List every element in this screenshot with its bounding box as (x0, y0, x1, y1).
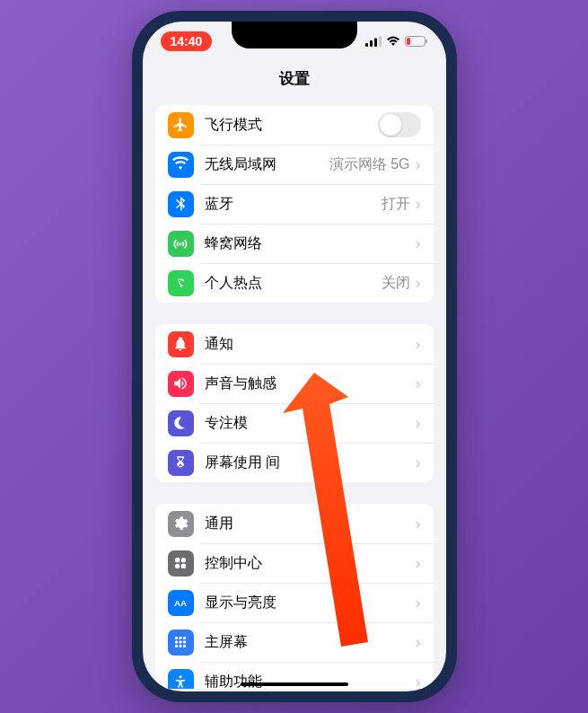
row-value: 演示网络 5G (329, 155, 410, 174)
svg-rect-9 (175, 564, 180, 568)
chevron-right-icon: › (416, 515, 421, 533)
svg-rect-19 (180, 645, 182, 647)
svg-rect-7 (175, 558, 180, 562)
row-label: 主屏幕 (205, 633, 416, 652)
display-icon: AA (168, 590, 194, 616)
svg-rect-8 (181, 558, 186, 562)
row-sounds[interactable]: 声音与触感 › (155, 364, 434, 403)
chevron-right-icon: › (416, 155, 421, 174)
svg-rect-3 (379, 36, 382, 47)
svg-rect-15 (175, 641, 178, 644)
airplane-icon (168, 112, 194, 138)
accessibility-icon (168, 669, 194, 690)
settings-group-notifications: 通知 › 声音与触感 › 专注模 › 屏幕使用 间 › (155, 324, 434, 482)
row-label: 通用 (205, 515, 416, 533)
row-label: 飞行模式 (205, 116, 378, 135)
row-label: 蓝牙 (205, 195, 382, 214)
focus-icon (168, 410, 194, 436)
row-airplane-mode[interactable]: 飞行模式 (155, 105, 434, 145)
recording-time-badge: 14:40 (161, 31, 213, 51)
control-center-icon (168, 550, 194, 577)
hotspot-icon (168, 270, 194, 296)
row-label: 无线局域网 (205, 155, 329, 174)
settings-group-general: 通用 › 控制中心 › AA 显示与亮度 › 主屏幕 › (155, 504, 434, 689)
row-hotspot[interactable]: 个人热点 关闭 › (155, 263, 434, 303)
row-value: 打开 (382, 195, 410, 214)
row-label: 个人热点 (205, 274, 382, 293)
row-label: 蜂窝网络 (205, 234, 416, 253)
svg-rect-10 (181, 564, 186, 568)
row-value: 关闭 (382, 274, 410, 293)
svg-rect-2 (374, 39, 377, 48)
row-label: 辅助功能 (205, 673, 416, 690)
row-label: 专注模 (205, 414, 416, 433)
svg-rect-1 (370, 40, 373, 47)
chevron-right-icon: › (416, 414, 421, 433)
svg-rect-16 (180, 641, 182, 644)
chevron-right-icon: › (416, 594, 421, 612)
svg-rect-0 (365, 43, 368, 47)
row-label: 声音与触感 (205, 374, 416, 393)
svg-text:AA: AA (174, 598, 187, 608)
row-bluetooth[interactable]: 蓝牙 打开 › (155, 184, 434, 224)
row-general[interactable]: 通用 › (155, 504, 434, 543)
general-icon (168, 511, 194, 537)
row-display[interactable]: AA 显示与亮度 › (155, 583, 434, 622)
home-indicator[interactable] (241, 682, 348, 686)
chevron-right-icon: › (416, 554, 421, 573)
chevron-right-icon: › (416, 374, 421, 393)
notifications-icon (168, 331, 194, 357)
settings-list[interactable]: 飞行模式 无线局域网 演示网络 5G › 蓝牙 打开 › 蜂窝网 (143, 100, 446, 689)
cellular-icon (168, 231, 194, 257)
page-title: 设置 (143, 61, 446, 100)
notch (232, 22, 357, 48)
screen: 14:40 设置 飞行模式 无线局域网 演示网络 5G (143, 22, 446, 691)
svg-rect-18 (175, 645, 178, 647)
battery-low-icon (405, 36, 428, 47)
chevron-right-icon: › (416, 234, 421, 253)
row-notifications[interactable]: 通知 › (155, 324, 434, 364)
chevron-right-icon: › (416, 453, 421, 472)
row-label: 显示与亮度 (205, 594, 416, 612)
phone-frame: 14:40 设置 飞行模式 无线局域网 演示网络 5G (132, 11, 457, 702)
sound-icon (168, 371, 194, 397)
svg-point-21 (180, 675, 182, 678)
row-label: 屏幕使用 间 (205, 453, 416, 472)
row-screentime[interactable]: 屏幕使用 间 › (155, 443, 434, 482)
chevron-right-icon: › (416, 633, 421, 652)
chevron-right-icon: › (416, 274, 421, 293)
row-control-center[interactable]: 控制中心 › (155, 543, 434, 583)
row-homescreen[interactable]: 主屏幕 › (155, 622, 434, 662)
settings-group-connectivity: 飞行模式 无线局域网 演示网络 5G › 蓝牙 打开 › 蜂窝网 (155, 105, 434, 303)
airplane-toggle[interactable] (378, 112, 421, 137)
svg-rect-17 (183, 641, 186, 644)
row-label: 通知 (205, 335, 416, 354)
svg-rect-5 (407, 38, 410, 45)
homescreen-icon (168, 629, 194, 656)
bluetooth-icon (168, 191, 194, 217)
svg-rect-6 (426, 40, 427, 43)
wifi-settings-icon (168, 152, 194, 178)
screentime-icon (168, 450, 194, 476)
row-cellular[interactable]: 蜂窝网络 › (155, 224, 434, 263)
svg-rect-14 (183, 637, 186, 639)
row-wifi[interactable]: 无线局域网 演示网络 5G › (155, 145, 434, 184)
svg-rect-12 (175, 637, 178, 639)
svg-rect-13 (180, 637, 182, 639)
row-focus[interactable]: 专注模 › (155, 403, 434, 443)
chevron-right-icon: › (416, 195, 421, 214)
status-icons (365, 36, 428, 47)
chevron-right-icon: › (416, 673, 421, 690)
row-label: 控制中心 (205, 554, 416, 573)
wifi-icon (386, 36, 400, 47)
svg-rect-20 (183, 645, 186, 647)
chevron-right-icon: › (416, 335, 421, 354)
cellular-signal-icon (365, 36, 382, 47)
